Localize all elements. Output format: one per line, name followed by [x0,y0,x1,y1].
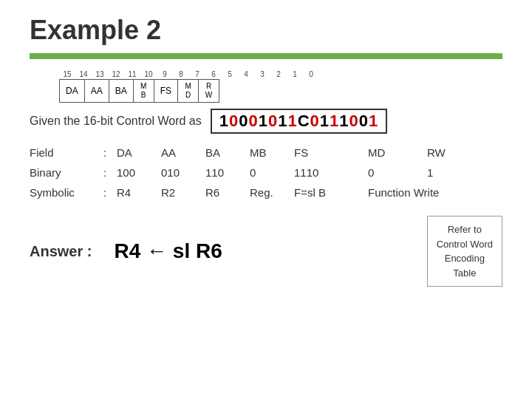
bit-pos-5: 5 [222,70,238,78]
bit-pos-10: 10 [140,70,157,78]
bit-positions-row: 15 14 13 12 11 10 9 8 7 6 5 4 3 2 1 0 [59,70,319,78]
field-da: DA [60,80,85,103]
bit-pos-7: 7 [189,70,205,78]
field-row-label: Field [30,143,103,163]
symbolic-row-da: R4 [117,183,161,202]
field-row-ba: BA [205,143,250,163]
binary-row-aa: 010 [161,163,205,183]
bit-pos-9: 9 [157,70,173,78]
bit-pos-15: 15 [59,70,75,78]
bit-pos-4: 4 [238,70,254,78]
symbolic-row-fs: F=sl B [294,183,368,202]
refer-line1: Refer to [448,224,482,235]
binary-row-label: Binary [30,163,103,183]
field-row-md: MD [368,143,427,163]
field-fs: FS [154,80,177,103]
bit-pos-12: 12 [108,70,124,78]
fields-data-table: Field : DA AA BA MB FS MD RW Binary : 10… [30,143,502,202]
field-mb: MB [133,80,154,103]
field-rw: RW [199,80,219,103]
binary-row-ba: 110 [205,163,250,183]
answer-label: Answer : [30,243,92,260]
field-row-mb: MB [250,143,294,163]
field-aa: AA [84,80,109,103]
symbolic-row-aa: R2 [161,183,205,202]
bit-pos-6: 6 [205,70,222,78]
symbolic-row-function: Function Write [368,183,486,202]
field-ba: BA [109,80,133,103]
binary-row-mb: 0 [250,163,294,183]
field-row-aa: AA [161,143,205,163]
binary-row-da: 100 [117,163,161,183]
binary-row-rw: 1 [427,163,486,183]
decorative-bar [30,53,502,59]
given-text: Given the 16-bit Control Word as [30,115,202,128]
field-header-row: Field : DA AA BA MB FS MD RW [30,143,502,163]
refer-box: Refer to Control Word Encoding Table [427,216,502,287]
field-row-fs: FS [294,143,368,163]
binary-row-fs: 1110 [294,163,368,183]
field-table: DA AA BA MB FS MD RW [59,79,219,103]
bit-pos-1: 1 [287,70,303,78]
bit-pos-3: 3 [254,70,270,78]
register-diagram: 15 14 13 12 11 10 9 8 7 6 5 4 3 2 1 0 DA… [59,70,502,103]
answer-value: R4 ← sl R6 [114,239,222,263]
binary-row-colon: : [103,163,117,183]
field-row-colon: : [103,143,117,163]
symbolic-row-ba: R6 [205,183,250,202]
field-md: MD [178,80,199,103]
binary-row-md: 0 [368,163,427,183]
given-line: Given the 16-bit Control Word as 1000101… [30,109,502,134]
refer-line2: Control Word [437,239,493,250]
symbolic-row-label: Symbolic [30,183,103,202]
control-word-value: 10001011C0111001 [211,109,388,134]
bit-pos-8: 8 [173,70,189,78]
bit-pos-14: 14 [75,70,92,78]
bit-pos-0: 0 [303,70,319,78]
refer-line4: Table [453,267,476,279]
page-title: Example 2 [0,0,532,53]
bit-pos-2: 2 [270,70,287,78]
answer-area: Answer : R4 ← sl R6 Refer to Control Wor… [30,216,502,287]
symbolic-row-mb: Reg. [250,183,294,202]
bit-pos-13: 13 [92,70,108,78]
binary-row: Binary : 100 010 110 0 1110 0 1 [30,163,502,183]
symbolic-row-colon: : [103,183,117,202]
bit-pos-11: 11 [124,70,140,78]
symbolic-row: Symbolic : R4 R2 R6 Reg. F=sl B Function… [30,183,502,202]
refer-line3: Encoding [445,253,485,264]
field-row-rw: RW [427,143,486,163]
field-row-da: DA [117,143,161,163]
